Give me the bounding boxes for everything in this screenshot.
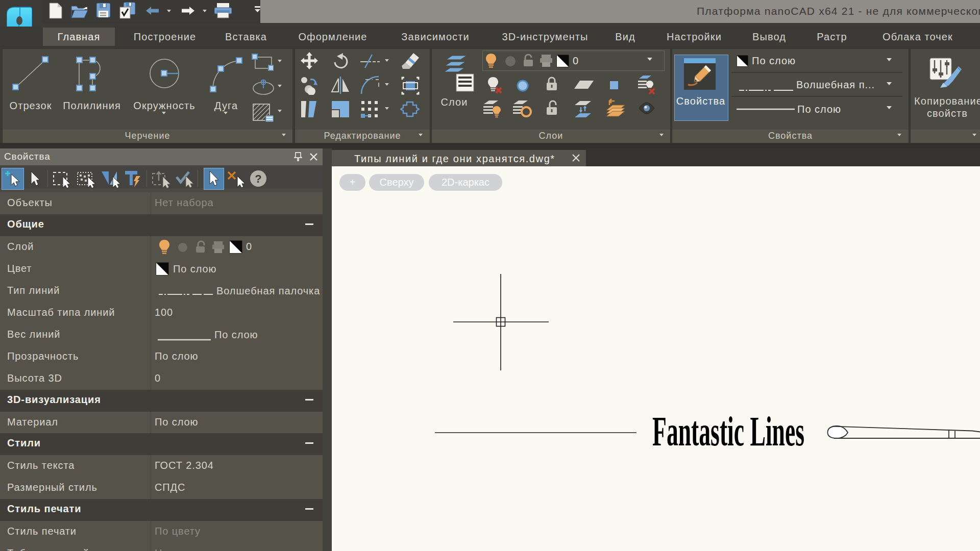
svg-text:Fantastic Lines: Fantastic Lines: [652, 408, 804, 455]
svg-text:?: ?: [255, 172, 261, 185]
